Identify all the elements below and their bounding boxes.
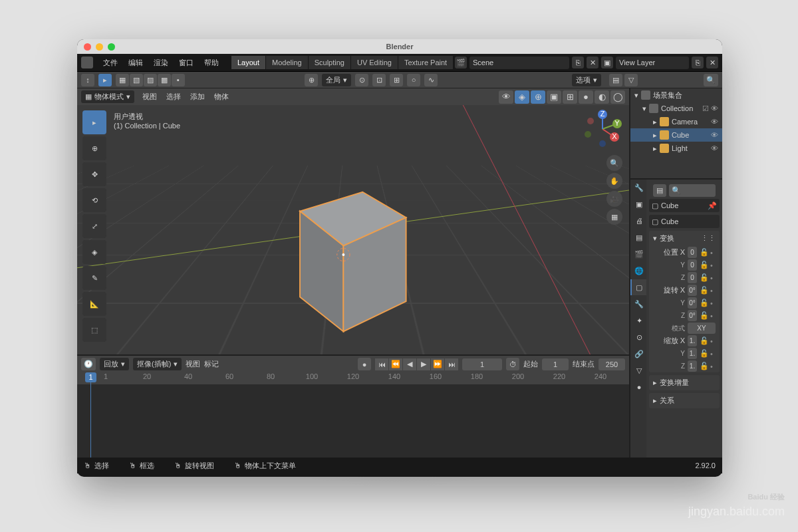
view-menu[interactable]: 视图 [138,90,161,104]
tab-texture[interactable]: Texture Paint [398,56,453,69]
solid-icon[interactable]: ● [579,90,593,104]
checkbox-icon[interactable]: ☑ [702,104,709,113]
tab-modeling[interactable]: Modeling [266,56,308,69]
ptab-particle-icon[interactable]: ✦ [630,313,646,329]
layer-new-icon[interactable]: ⎘ [692,57,704,68]
outliner-collection[interactable]: ▾ Collection☑👁 [630,102,722,115]
scene-del-icon[interactable]: ✕ [587,57,598,68]
nav-camera-icon[interactable]: 🎥 [606,191,622,207]
ptab-output-icon[interactable]: 🖨 [630,213,646,229]
tool-scale[interactable]: ⤢ [82,214,106,238]
jump-start-icon[interactable]: ⏮ [375,358,388,370]
ptab-modifier-icon[interactable]: 🔧 [630,296,646,312]
menu-window[interactable]: 窗口 [174,56,198,70]
tab-uv[interactable]: UV Editing [351,56,398,69]
autokey-icon[interactable]: ● [358,358,371,370]
ptab-scene-icon[interactable]: 🎬 [630,246,646,262]
add-menu[interactable]: 添加 [186,90,209,104]
start-frame[interactable]: 1 [542,358,569,370]
jump-end-icon[interactable]: ⏭ [445,358,458,370]
gizmo-toggle-icon[interactable]: ◈ [515,90,529,104]
menu-edit[interactable]: 编辑 [124,56,148,70]
timeline-editor-icon[interactable]: 🕐 [81,358,96,370]
select-sub-icon[interactable]: ▨ [144,74,157,86]
select-ext-icon[interactable]: ▧ [130,74,143,86]
keyframe-next-icon[interactable]: ⏩ [431,358,444,370]
viewlayer-input[interactable] [616,57,689,69]
props-search-icon[interactable]: 🔍 [669,184,716,197]
object-menu[interactable]: 物体 [210,90,233,104]
ptab-viewlayer-icon[interactable]: ▤ [630,229,646,245]
viewport-3d[interactable]: 用户透视 (1) Collection | Cube ▸ ⊕ ✥ ⟲ ⤢ ◈ ✎… [77,105,629,354]
cube-object[interactable] [277,172,423,338]
tool-select-box[interactable]: ▸ [82,110,106,134]
scene-input[interactable] [469,57,569,69]
select-mode-icon[interactable]: ↕ [81,74,94,86]
outliner-cube[interactable]: ▸ Cube👁 [630,128,722,142]
playback-dd[interactable]: 回放 ▾ [100,358,129,370]
lock-icon[interactable]: 🔓 [700,273,708,282]
ptab-render-icon[interactable]: ▣ [630,196,646,212]
snap-icon[interactable]: ⊡ [372,74,386,86]
keyframe-prev-icon[interactable]: ⏪ [389,358,402,370]
transform-panel-header[interactable]: ▾ 变换 ⋮⋮ [649,231,720,246]
options-dd[interactable]: 选项 ▾ [572,74,601,86]
lock-icon[interactable]: 🔓 [700,286,708,295]
tool-annotate[interactable]: ✎ [82,266,106,290]
play-icon[interactable]: ▶ [417,358,430,370]
ptab-object-icon[interactable]: ▢ [630,279,646,295]
scale-y[interactable]: 1. [688,348,697,359]
lock-icon[interactable]: 🔓 [700,248,708,257]
pivot-icon[interactable]: ⊙ [355,74,368,86]
delta-panel[interactable]: ▸ 变换增量 [649,375,720,390]
cursor-mode-icon[interactable]: ▸ [98,74,112,86]
tl-view[interactable]: 视图 [186,359,200,369]
outliner-filter-icon[interactable]: ▽ [624,74,638,86]
data-name-input[interactable]: ▢ Cube [649,215,720,228]
lock-icon[interactable]: 🔓 [700,299,708,307]
timeline-track[interactable] [77,384,629,458]
outliner-light[interactable]: ▸ Light👁 [630,142,722,155]
play-rev-icon[interactable]: ◀ [403,358,416,370]
scale-x[interactable]: 1. [688,335,697,346]
rendered-icon[interactable]: ◯ [610,90,625,104]
rot-y[interactable]: 0° [688,297,697,309]
nav-pan-icon[interactable]: ✋ [606,173,622,189]
nav-gizmo[interactable]: X Y Z [583,109,622,149]
wireframe-icon[interactable]: ⊞ [563,90,577,104]
eye-icon[interactable]: 👁 [711,104,718,113]
tab-sculpting[interactable]: Sculpting [309,56,350,69]
lock-icon[interactable]: 🔓 [700,311,708,320]
scene-new-icon[interactable]: ⎘ [572,57,584,68]
overlay-toggle-icon[interactable]: ⊕ [531,90,545,104]
ptab-world-icon[interactable]: 🌐 [630,263,646,279]
scene-browse-icon[interactable]: 🎬 [455,57,467,68]
tool-measure[interactable]: 📐 [82,292,106,316]
tool-add[interactable]: ⬚ [82,318,106,342]
ptab-constraint-icon[interactable]: 🔗 [630,346,646,362]
matprev-icon[interactable]: ◐ [595,90,609,104]
mode-dropdown[interactable]: ▦ 物体模式 ▾ [81,90,134,103]
eye-icon[interactable]: 👁 [711,131,718,139]
props-type-icon[interactable]: ▤ [653,184,666,197]
current-frame[interactable]: 1 [462,358,502,370]
outliner-search-icon[interactable]: 🔍 [704,74,718,86]
loc-y[interactable]: 0 [688,259,697,271]
tool-rotate[interactable]: ⟲ [82,188,106,212]
select-set-icon[interactable]: ▦ [116,74,129,86]
nav-zoom-icon[interactable]: 🔍 [606,155,622,171]
tool-move[interactable]: ✥ [82,162,106,186]
menu-render[interactable]: 渲染 [149,56,173,70]
layer-browse-icon[interactable]: ▣ [601,57,613,68]
orientation-icon[interactable]: ⊕ [305,74,318,86]
ptab-physics-icon[interactable]: ⊙ [630,329,646,345]
outliner-display-icon[interactable]: ▤ [609,74,622,86]
relations-panel[interactable]: ▸ 关系 [649,393,720,408]
menu-file[interactable]: 文件 [98,56,122,70]
playhead[interactable] [90,372,91,458]
ptab-data-icon[interactable]: ▽ [630,362,646,378]
outliner-root[interactable]: ▾ 场景集合 [630,88,722,102]
select-int-icon[interactable]: ▪ [172,74,185,86]
falloff-icon[interactable]: ∿ [424,74,438,86]
blender-logo-icon[interactable] [81,57,93,68]
